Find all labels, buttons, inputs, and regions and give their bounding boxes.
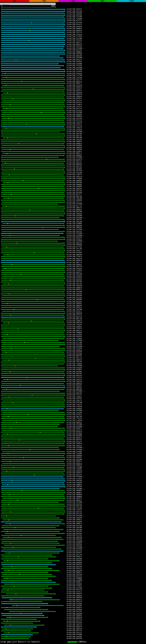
hit-bar[interactable] [1, 315, 63, 316]
hit-bar[interactable] [1, 486, 64, 487]
hit-bar[interactable] [10, 611, 55, 612]
hit-label[interactable]: UniRef100_UPI000... [67, 546, 94, 548]
hit-label[interactable]: UniRef100_C4JF46 [67, 76, 94, 78]
hit-bar[interactable] [1, 290, 64, 290]
hit-label[interactable]: UniRef100_A9C3W5 [67, 529, 94, 531]
hit-bar[interactable] [2, 77, 63, 78]
hit-label[interactable]: UniRef100_Q16Z02 [67, 570, 94, 572]
hit-label[interactable]: UniRef100_B9WH22 [67, 143, 94, 145]
hit-bar[interactable] [1, 457, 64, 458]
hit-label[interactable]: UniRef100_B3RKL7 [67, 581, 94, 583]
hit-bar[interactable] [1, 410, 57, 411]
hit-bar[interactable] [1, 358, 63, 358]
hit-label[interactable]: UniRef100_Q417AZ [67, 513, 94, 515]
hit-bar[interactable] [1, 124, 64, 124]
hit-bar[interactable] [1, 229, 57, 230]
hit-label[interactable]: UniRef100_B0M0P5 [67, 209, 94, 211]
hit-label[interactable]: UniRef100_A6RDP5 [67, 96, 94, 98]
hit-label[interactable]: UniRef100_B5DGX1 [67, 422, 94, 424]
hit-bar[interactable] [1, 582, 55, 582]
hit-bar[interactable] [1, 402, 63, 403]
hit-bar[interactable] [1, 496, 64, 497]
hit-label[interactable]: UniRef100_Q4EVB6 [67, 353, 94, 355]
hit-bar[interactable] [1, 580, 51, 581]
hit-label[interactable]: UniRef100_C5NF73 [67, 174, 94, 176]
hit-label[interactable]: UniRef100_UPI000... [67, 240, 94, 242]
hit-bar[interactable] [1, 373, 64, 374]
hit-label[interactable]: UniRef100_C4Q666 [67, 178, 94, 180]
hit-label[interactable]: UniRef100_C3Y035 [67, 478, 94, 480]
hit-label[interactable]: UniRef100_UPI000... [67, 346, 94, 348]
hit-label[interactable]: UniRef100_B6JU00 [67, 211, 94, 213]
hit-label[interactable]: UniRef100_B9T2W6 [67, 68, 94, 70]
hit-label[interactable]: UniRef100_B3P3E3 [67, 566, 94, 568]
hit-label[interactable]: UniRef100_A7AVV1 [67, 509, 94, 511]
hit-label[interactable]: UniRef100_B9QR04 [67, 614, 94, 616]
hit-label[interactable]: UniRef100_Q2V1H5 [67, 49, 94, 51]
hit-label[interactable]: UniRef100_B2E435 [67, 230, 94, 232]
hit-bar[interactable] [1, 327, 63, 327]
hit-bar[interactable] [2, 352, 63, 352]
hit-bar[interactable] [4, 632, 38, 633]
hit-label[interactable]: UniRef100_A7AP02 [67, 603, 94, 605]
hit-label[interactable]: UniRef100_B3TM43 [67, 26, 94, 28]
hit-label[interactable]: UniRef100_C6KT44 [67, 624, 94, 626]
hit-bar[interactable] [1, 19, 64, 20]
hit-bar[interactable] [1, 24, 64, 25]
hit-bar[interactable] [1, 596, 43, 596]
hit-label[interactable]: UniRef100_Q3ZD06 [67, 458, 94, 460]
hit-bar[interactable] [1, 586, 47, 586]
hit-bar[interactable] [1, 69, 64, 70]
hit-bar[interactable] [1, 408, 63, 409]
hit-bar[interactable] [1, 576, 55, 576]
hit-label[interactable]: UniRef100_A4H7Z5 [67, 511, 94, 513]
hit-bar[interactable] [1, 370, 64, 370]
hit-label[interactable]: UniRef100_A2SH49 [67, 129, 94, 131]
hit-label[interactable]: UniRef100_C9SA44 [67, 73, 94, 75]
hit-label[interactable]: UniRef100_Q5CHL5 [67, 102, 94, 104]
hit-label[interactable]: UniRef100_Q4D4L4 [67, 462, 94, 464]
hit-bar[interactable] [7, 617, 47, 618]
hit-label[interactable]: UniRef100_C1MUD8 [67, 18, 94, 20]
hit-bar[interactable] [1, 173, 64, 174]
hit-bar[interactable] [2, 475, 64, 476]
hit-bar[interactable] [3, 379, 64, 380]
hit-label[interactable]: UniRef100_B4JW67 [67, 252, 94, 254]
hit-label[interactable]: UniRef100_UPI000... [67, 67, 94, 69]
hit-label[interactable]: UniRef100_A4HTL7 [67, 250, 94, 252]
hit-label[interactable]: UniRef100_Q9VGS2 [67, 564, 94, 566]
hit-bar[interactable] [2, 615, 43, 616]
hit-bar[interactable] [2, 629, 32, 630]
hit-bar[interactable] [1, 155, 63, 156]
hit-label[interactable]: UniRef100_B9RG77 [67, 82, 94, 84]
hit-label[interactable]: UniRef100_Q4DX07 [67, 456, 94, 458]
hit-label[interactable]: UniRef100_A6YPG5 [67, 190, 94, 192]
hit-label[interactable]: UniRef100_Q6P5V9 [67, 242, 94, 244]
hit-label[interactable]: UniRef100_B9FZL3 [67, 59, 94, 61]
hit-bar[interactable] [2, 202, 65, 203]
hit-label[interactable]: UniRef100_Q5CRJ8 [67, 618, 94, 620]
hit-bar[interactable] [2, 372, 63, 372]
hit-label[interactable]: UniRef100_B0K020 [67, 312, 94, 314]
hit-bar[interactable] [1, 15, 64, 16]
hit-label[interactable]: UniRef100_A6RKL6 [67, 86, 94, 88]
hit-bar[interactable] [1, 221, 64, 222]
hit-bar[interactable] [4, 609, 47, 610]
hit-label[interactable]: UniRef100_B8F182 [67, 195, 94, 198]
hit-label[interactable]: UniRef100_Q4DG56 [67, 470, 94, 472]
hit-bar[interactable] [1, 418, 64, 419]
hit-bar[interactable] [1, 346, 59, 347]
hit-bar[interactable] [1, 627, 36, 627]
hit-label[interactable]: UniRef100_P26781 [67, 398, 94, 400]
hit-bar[interactable] [1, 147, 64, 148]
hit-label[interactable]: UniRef100_A3FQK4 [67, 622, 94, 624]
hit-label[interactable]: UniRef100_UPI000... [67, 410, 94, 412]
hit-bar[interactable] [1, 71, 64, 72]
hit-bar[interactable] [1, 638, 28, 639]
hit-label[interactable]: UniRef100_C6TCY5 [67, 32, 94, 34]
hit-bar[interactable] [1, 432, 63, 432]
hit-label[interactable]: UniRef100_A0D4Y2 [67, 207, 94, 209]
hit-label[interactable]: UniRef100_Q5WAN3 [67, 186, 94, 188]
hit-bar[interactable] [1, 332, 63, 333]
hit-bar[interactable] [1, 531, 59, 532]
